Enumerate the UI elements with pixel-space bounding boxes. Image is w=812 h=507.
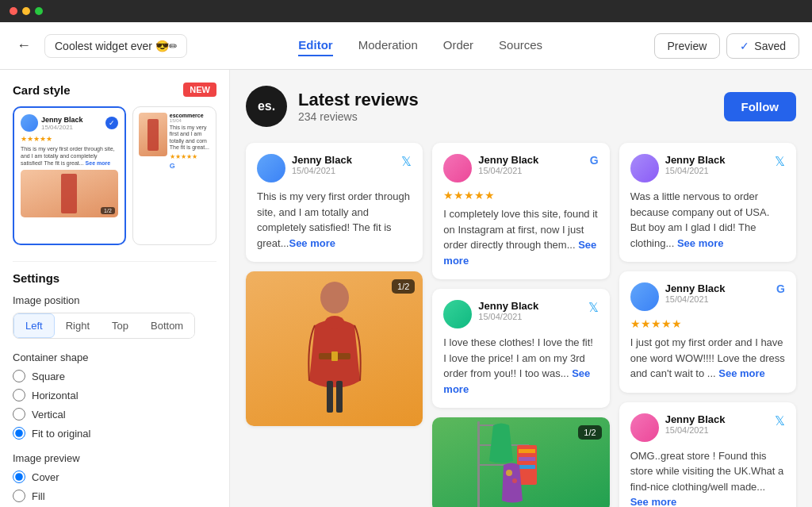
mini-counter-1: 1/2: [101, 207, 115, 214]
col-1: Jenny Black 15/04/2021 𝕏 This is my very…: [246, 143, 423, 426]
see-more-8[interactable]: See more: [630, 496, 677, 507]
topbar-nav: Editor Moderation Order Sources: [197, 35, 645, 56]
minimize-dot[interactable]: [22, 7, 30, 15]
mini-name-2: escommerce: [170, 113, 210, 118]
shape-fit[interactable]: Fit to original: [13, 427, 216, 440]
review-card-1: Jenny Black 15/04/2021 𝕏 This is my very…: [246, 143, 423, 262]
svg-point-1: [325, 316, 344, 328]
img-counter-7: 1/2: [578, 425, 601, 440]
settings-title: Settings: [13, 271, 216, 285]
mini-date-2: 15/04: [170, 118, 210, 123]
reviewer-name-6: Jenny Black: [665, 282, 770, 294]
follow-button[interactable]: Follow: [724, 92, 797, 121]
reviewer-name-3: Jenny Black: [665, 154, 768, 166]
reviewer-avatar-8: [630, 413, 659, 442]
review-text-8: OMG..great store ! Found this store whil…: [630, 448, 785, 508]
reviewer-info-1: Jenny Black 15/04/2021: [292, 154, 395, 175]
mini-text-1: This is my very first order through site…: [21, 145, 118, 167]
svg-point-15: [512, 478, 517, 483]
reviewer-info-3: Jenny Black 15/04/2021: [665, 154, 768, 175]
review-text-1: This is my very first order through site…: [257, 189, 412, 251]
reviewer-info-8: Jenny Black 15/04/2021: [665, 413, 768, 435]
nav-sources[interactable]: Sources: [499, 35, 542, 56]
col-3: Jenny Black 15/04/2021 𝕏 Was a little ne…: [619, 143, 796, 507]
stars-6: ★★★★★: [630, 317, 785, 330]
twitter-icon-1: 𝕏: [401, 154, 412, 169]
card-preview-2[interactable]: escommerce 15/04 This is my very first a…: [132, 106, 216, 245]
reviewer-name-5: Jenny Black: [478, 300, 581, 312]
topbar: ← Editor Moderation Order Sources Previe…: [0, 22, 812, 70]
close-dot[interactable]: [10, 7, 17, 15]
check-icon: ✓: [740, 40, 749, 52]
reviewer-date-6: 15/04/2021: [665, 294, 770, 304]
topbar-actions: Preview ✓ Saved: [654, 33, 800, 59]
mini-avatar-1: [21, 114, 38, 132]
reviewer-date-1: 15/04/2021: [292, 166, 395, 175]
reviews-title: Latest reviews: [298, 90, 419, 110]
reviewer-name-2: Jenny Black: [478, 154, 583, 166]
preview-button[interactable]: Preview: [654, 33, 721, 59]
main-layout: Card style NEW Jenny Black 15/04/2021 ✓ …: [0, 70, 812, 507]
shape-square[interactable]: Square: [13, 370, 216, 382]
twitter-icon-3: 𝕏: [775, 154, 785, 169]
svg-rect-3: [336, 381, 343, 413]
reviewer-date-3: 15/04/2021: [665, 166, 768, 175]
card-preview-1[interactable]: Jenny Black 15/04/2021 ✓ ★★★★★ This is m…: [13, 106, 126, 245]
img-counter-4: 1/2: [392, 279, 415, 294]
see-more-5[interactable]: See more: [443, 367, 590, 395]
left-panel: Card style NEW Jenny Black 15/04/2021 ✓ …: [0, 70, 230, 507]
see-more-6[interactable]: See more: [718, 367, 765, 379]
maximize-dot[interactable]: [35, 7, 43, 15]
reviews-count: 234 reviews: [298, 110, 419, 123]
preview-cover[interactable]: Cover: [13, 471, 216, 483]
mini-stars-1: ★★★★★: [21, 135, 118, 143]
review-card-5: Jenny Black 15/04/2021 𝕏 I love these cl…: [432, 289, 609, 408]
preview-fill[interactable]: Fill: [13, 490, 216, 502]
saved-label: Saved: [754, 40, 786, 52]
nav-moderation[interactable]: Moderation: [358, 35, 418, 56]
position-right[interactable]: Right: [55, 313, 101, 338]
back-button[interactable]: ←: [13, 35, 35, 57]
see-more-1[interactable]: See more: [289, 237, 335, 249]
nav-order[interactable]: Order: [443, 35, 473, 56]
nav-editor[interactable]: Editor: [298, 35, 332, 56]
reviewer-avatar-5: [443, 300, 472, 328]
reviews-header: es. Latest reviews 234 reviews Follow: [246, 86, 796, 127]
twitter-icon-5: 𝕏: [588, 300, 599, 315]
reviews-grid: Jenny Black 15/04/2021 𝕏 This is my very…: [246, 143, 796, 507]
container-shape-label: Container shape: [13, 351, 216, 363]
mini-stars-2: ★★★★★: [170, 153, 210, 160]
container-shape-group: Square Horizontal Vertical Fit to origin…: [13, 370, 216, 440]
mini-check-1: ✓: [105, 117, 118, 129]
position-bottom[interactable]: Bottom: [140, 313, 194, 338]
clothes-svg: [473, 421, 569, 507]
col-2: Jenny Black 15/04/2021 G ★★★★★ I complet…: [432, 143, 609, 507]
position-left[interactable]: Left: [13, 313, 55, 338]
review-card-6: Jenny Black 15/04/2021 G ★★★★★ I just go…: [619, 271, 796, 393]
mini-text-2: This is my very first and I am totally a…: [170, 125, 210, 152]
title-input[interactable]: [44, 34, 187, 58]
reviewer-avatar-3: [630, 154, 659, 182]
reviewer-avatar-1: [257, 154, 285, 182]
see-more-3[interactable]: See more: [677, 237, 724, 249]
new-badge: NEW: [183, 83, 216, 97]
review-img-7: 1/2: [432, 417, 609, 507]
see-more-2[interactable]: See more: [443, 239, 596, 267]
svg-rect-2: [327, 381, 333, 413]
saved-button[interactable]: ✓ Saved: [726, 33, 799, 59]
review-card-3: Jenny Black 15/04/2021 𝕏 Was a little ne…: [619, 143, 796, 262]
mini-date-1: 15/04/2021: [41, 124, 102, 131]
card-style-header: Card style NEW: [13, 83, 216, 97]
shape-vertical[interactable]: Vertical: [13, 408, 216, 421]
shape-horizontal[interactable]: Horizontal: [13, 389, 216, 401]
mini-name-1: Jenny Black: [41, 116, 102, 124]
google-icon-2: G: [590, 154, 599, 167]
review-card-7: 1/2: [432, 417, 609, 507]
image-position-controls: Left Right Top Bottom: [13, 313, 216, 339]
position-top[interactable]: Top: [101, 313, 140, 338]
stars-2: ★★★★★: [443, 189, 598, 202]
reviewer-info-6: Jenny Black 15/04/2021: [665, 282, 770, 304]
svg-rect-11: [519, 449, 535, 453]
review-img-4: 1/2: [246, 271, 423, 426]
svg-point-14: [506, 470, 512, 476]
